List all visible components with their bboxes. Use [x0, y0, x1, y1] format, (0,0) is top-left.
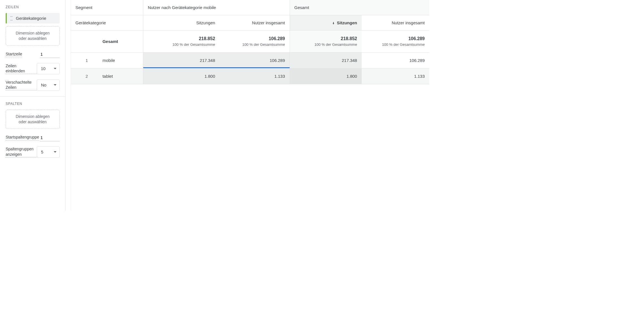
cell-dim: mobile	[98, 53, 143, 68]
chevron-down-icon	[54, 84, 57, 86]
rows-dropzone[interactable]: Dimension ablegen oder auswählen	[6, 26, 60, 46]
cell-b-users: 1.133	[362, 68, 429, 84]
cell-dim: tablet	[98, 68, 143, 84]
cell-a-users: 106.289	[220, 53, 289, 68]
segment-header: Segment	[71, 0, 143, 15]
gutter	[66, 0, 71, 211]
segment-a-header[interactable]: Nutzer nach Gerätekategorie mobile	[143, 0, 289, 15]
sort-descending-icon	[332, 20, 337, 25]
start-row-label: Startzeile	[6, 51, 22, 57]
cols-panel: SPALTEN Dimension ablegen oder auswählen…	[6, 97, 60, 162]
start-row-input[interactable]	[40, 51, 60, 58]
cell-a-sessions: 217.348	[143, 53, 220, 68]
rows-panel: ZEILEN Gerätekategorie Dimension ablegen…	[6, 0, 60, 96]
totals-b-users: 106.289	[366, 36, 425, 41]
totals-row: Gesamt 218.852 100 % der Gesamtsumme 106…	[71, 31, 429, 53]
col-a-users[interactable]: Nutzer insgesamt	[220, 15, 289, 31]
cols-panel-title: SPALTEN	[6, 102, 60, 106]
row-dimension-chip[interactable]: Gerätekategorie	[6, 13, 60, 23]
main-area: Segment Nutzer nach Gerätekategorie mobi…	[66, 0, 429, 211]
col-b-sessions[interactable]: Sitzungen	[290, 15, 362, 31]
start-col-input[interactable]	[40, 134, 60, 141]
rows-panel-title: ZEILEN	[6, 5, 60, 9]
col-a-sessions[interactable]: Sitzungen	[143, 15, 220, 31]
cell-b-sessions: 1.800	[290, 68, 362, 84]
show-rows-label: Zeilen einblenden	[6, 63, 37, 74]
show-rows-value: 10	[41, 66, 46, 71]
totals-label: Gesamt	[98, 31, 143, 53]
cols-dropzone[interactable]: Dimension ablegen oder auswählen	[6, 110, 60, 129]
cell-a-sessions: 1.800	[143, 68, 220, 84]
nested-rows-label: Verschachtelte Zeilen	[6, 80, 37, 90]
segment-b-header[interactable]: Gesamt	[290, 0, 429, 15]
drag-handle-icon[interactable]	[10, 16, 13, 21]
show-cols-select[interactable]: 5	[37, 146, 60, 158]
exploration-table: Segment Nutzer nach Gerätekategorie mobi…	[71, 0, 429, 84]
start-col-label: Startspaltengruppe	[6, 135, 39, 140]
cell-b-sessions: 217.348	[290, 53, 362, 68]
show-cols-value: 5	[41, 150, 43, 154]
col-b-users[interactable]: Nutzer insgesamt	[362, 15, 429, 31]
chevron-down-icon	[54, 68, 57, 69]
table-row[interactable]: 2 tablet 1.800 1.133 1.800 1.133	[71, 68, 429, 84]
totals-b-sessions: 218.852	[294, 36, 357, 41]
row-dimension-chip-label: Gerätekategorie	[16, 16, 46, 21]
totals-a-sessions: 218.852	[148, 36, 215, 41]
show-cols-label: Spaltengruppen anzeigen	[6, 146, 37, 157]
table-row[interactable]: 1 mobile 217.348 106.289 217.348 106.289	[71, 53, 429, 68]
show-rows-select[interactable]: 10	[37, 63, 60, 74]
nested-rows-value: No	[41, 83, 46, 87]
app-root: ZEILEN Gerätekategorie Dimension ablegen…	[0, 0, 429, 211]
cell-a-users: 1.133	[220, 68, 289, 84]
config-sidebar: ZEILEN Gerätekategorie Dimension ablegen…	[0, 0, 66, 211]
nested-rows-select[interactable]: No	[37, 79, 60, 91]
totals-a-users: 106.289	[224, 36, 285, 41]
chevron-down-icon	[54, 151, 57, 153]
cell-b-users: 106.289	[362, 53, 429, 68]
dimension-header[interactable]: Gerätekategorie	[71, 15, 143, 31]
